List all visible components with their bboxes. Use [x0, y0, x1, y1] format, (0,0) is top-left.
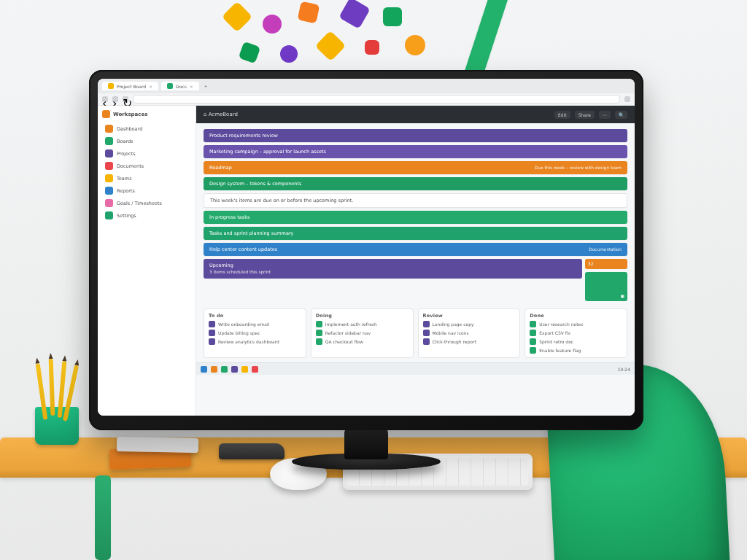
row-title: Design system – tokens & components [209, 181, 301, 187]
kanban-card: DoneUser research notesExport CSV fixSpr… [525, 308, 627, 358]
card-item[interactable]: Review analytics dashboard [209, 338, 301, 345]
card-item[interactable]: Mobile nav icons [423, 330, 516, 336]
taskbar-clock: 10:24 [618, 367, 630, 372]
browser-tab[interactable]: Project Board× [102, 82, 158, 90]
card-item[interactable]: Write onboarding email [209, 321, 301, 327]
search-input[interactable]: 🔍 [615, 111, 627, 119]
wall-shape [405, 35, 425, 55]
browser-toolbar: ‹ › ↻ [98, 93, 635, 106]
card-title: Doing [316, 313, 409, 319]
menu-icon[interactable] [624, 96, 630, 102]
tab-favicon [108, 83, 114, 89]
item-bullet-icon [423, 330, 430, 336]
sidebar-item[interactable]: Settings [102, 209, 191, 222]
sidebar-item-icon [105, 137, 113, 145]
row-title: Roadmap [209, 165, 232, 171]
card-item[interactable]: Landing page copy [423, 321, 516, 327]
header-button-more[interactable]: ⋯ [599, 111, 611, 119]
tab-close-icon[interactable]: × [149, 84, 152, 89]
taskbar-app-icon[interactable] [241, 366, 248, 373]
row-right: Due this week – review with design team [535, 166, 622, 170]
back-button[interactable]: ‹ [102, 96, 108, 102]
sidebar-item-label: Documents [117, 163, 144, 169]
row-title: Help center content updates [209, 246, 277, 252]
tab-title: Project Board [117, 84, 146, 89]
stat-card[interactable]: 32 [585, 259, 627, 269]
sidebar-item[interactable]: Projects [102, 147, 191, 160]
sidebar-item-icon [105, 211, 113, 219]
browser-tab-strip: Project Board×Docs× ＋ [98, 79, 635, 93]
desk-leg [95, 475, 111, 560]
sidebar-item[interactable]: Reports [102, 184, 191, 197]
sidebar-item[interactable]: Boards [102, 135, 191, 147]
board-row[interactable]: Design system – tokens & components [204, 177, 627, 190]
board-row[interactable]: Product requirements review [204, 129, 627, 142]
item-label: Landing page copy [433, 322, 474, 327]
sidebar-item-icon [105, 187, 113, 195]
sidebar-item[interactable]: Documents [102, 160, 191, 172]
tab-close-icon[interactable]: × [190, 84, 193, 89]
taskbar-app-icon[interactable] [211, 366, 217, 373]
taskbar-app-icon[interactable] [252, 366, 258, 373]
item-label: Update billing spec [218, 330, 260, 335]
item-bullet-icon [423, 321, 430, 327]
sidebar-item[interactable]: Goals / Timesheets [102, 197, 191, 209]
card-item[interactable]: Export CSV fix [530, 330, 622, 336]
wall-shape [365, 40, 379, 55]
sidebar-item-icon [105, 174, 113, 182]
main-header: ⌂ AcmeBoard Edit Share ⋯ 🔍 [196, 106, 635, 123]
board-row[interactable]: This week's items are due on or before t… [204, 193, 627, 208]
row-title: In progress tasks [209, 214, 249, 220]
reload-button[interactable]: ↻ [123, 96, 128, 102]
sidebar-item[interactable]: Dashboard [102, 122, 191, 135]
card-item[interactable]: Sprint retro doc [530, 338, 622, 345]
card-title: Done [530, 313, 622, 319]
browser-tab[interactable]: Docs× [161, 82, 199, 90]
sidebar-item[interactable]: Teams [102, 172, 191, 184]
item-label: Review analytics dashboard [218, 339, 279, 344]
workspace-scene: Project Board×Docs× ＋ ‹ › ↻ Workspaces [0, 0, 747, 560]
row-title: Marketing campaign – approval for launch… [209, 149, 326, 155]
card-item[interactable]: Refactor sidebar nav [316, 330, 409, 336]
item-label: Write onboarding email [218, 322, 269, 327]
taskbar-app-icon[interactable] [221, 366, 228, 373]
board-row[interactable]: Tasks and sprint planning summary [204, 227, 627, 240]
item-bullet-icon [530, 347, 536, 354]
taskbar-app-icon[interactable] [231, 366, 238, 373]
wall-shape [383, 7, 402, 26]
new-tab-button[interactable]: ＋ [204, 83, 208, 90]
stat-card-secondary[interactable]: ▣ [585, 272, 627, 301]
row-title: This week's items are due on or before t… [210, 198, 353, 203]
card-item[interactable]: Click-through report [423, 338, 516, 345]
header-button-share[interactable]: Share [575, 111, 595, 119]
card-item[interactable]: User research notes [530, 321, 622, 327]
wall-shape [239, 42, 261, 64]
forward-button[interactable]: › [112, 96, 118, 102]
stat-mark: ▣ [621, 294, 624, 298]
address-bar[interactable] [133, 95, 620, 104]
item-bullet-icon [530, 330, 536, 336]
board-row[interactable]: RoadmapDue this week – review with desig… [204, 161, 627, 174]
row-title: Product requirements review [209, 133, 278, 139]
board-row[interactable]: In progress tasks [204, 211, 627, 224]
card-item[interactable]: Update billing spec [209, 330, 301, 336]
header-button-edit[interactable]: Edit [554, 111, 570, 119]
split-left[interactable]: Upcoming 3 items scheduled this sprint [204, 259, 582, 279]
card-item[interactable]: Enable feature flag [530, 347, 622, 354]
workspace-icon [102, 110, 110, 118]
card-item[interactable]: QA checkout flow [316, 338, 409, 345]
wall-shape [280, 45, 298, 63]
notebook [117, 437, 198, 453]
taskbar-app-icon[interactable] [201, 366, 207, 373]
board-row[interactable]: Help center content updatesDocumentation [204, 243, 627, 256]
sidebar-item-label: Settings [117, 213, 136, 219]
sidebar-item-label: Teams [117, 176, 132, 182]
item-label: Enable feature flag [539, 348, 581, 353]
sidebar-item-label: Reports [117, 188, 135, 194]
board-row[interactable]: Marketing campaign – approval for launch… [204, 145, 627, 158]
card-item[interactable]: Implement auth refresh [316, 321, 409, 327]
row-right: Documentation [589, 247, 622, 252]
sidebar-item-icon [105, 162, 113, 170]
sidebar-item-label: Dashboard [117, 126, 142, 132]
stat-badge: 32 [588, 262, 593, 266]
